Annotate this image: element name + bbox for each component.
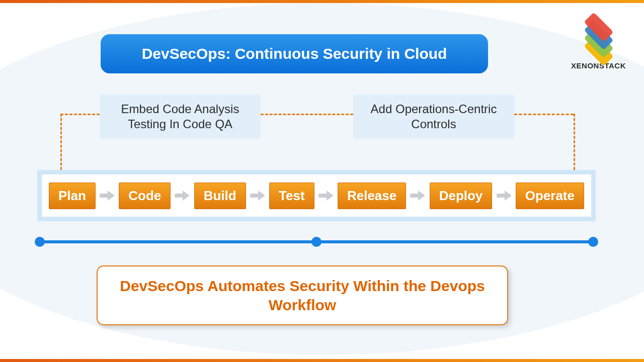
dash-connector [60,114,62,170]
arrow-right-icon [99,190,116,201]
workflow-container: Plan Code Build Test Release Deploy Oper… [37,170,596,221]
stage-deploy: Deploy [430,183,493,209]
dash-connector [60,114,100,115]
stage-release: Release [338,183,406,209]
stage-test: Test [269,183,314,209]
dash-connector [574,114,575,170]
stage-code: Code [119,183,171,209]
stack-layers-icon [574,13,624,57]
summary-banner: DevSecOps Automates Security Within the … [97,265,508,325]
brand-logo: XENONSTACK [571,13,626,70]
bottom-border-bar [0,359,644,362]
arrow-right-icon [249,190,266,201]
brand-name: XENONSTACK [571,61,626,70]
timeline-midpoint-dot [311,237,321,247]
callout-code-analysis: Embed Code Analysis Testing In Code QA [100,95,261,139]
timeline-bar [38,240,595,243]
stage-operate: Operate [516,183,584,209]
dash-connector [514,114,574,115]
page-title: DevSecOps: Continuous Security in Cloud [101,34,488,73]
arrow-right-icon [409,190,426,201]
arrow-right-icon [317,190,335,201]
stage-build: Build [194,183,246,209]
callout-ops-controls: Add Operations-Centric Controls [353,95,514,139]
dash-connector [261,114,353,115]
arrow-right-icon [496,190,513,201]
stage-plan: Plan [49,183,96,209]
arrow-right-icon [174,190,191,201]
